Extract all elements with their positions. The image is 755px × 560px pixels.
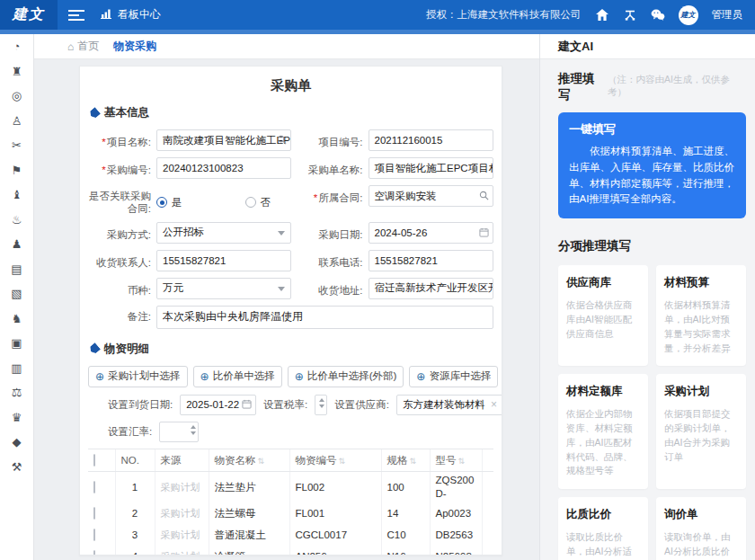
menu-toggle-icon[interactable] [68, 7, 84, 23]
machinery-icon[interactable]: ♨ [12, 214, 22, 226]
report-icon[interactable]: ▧ [11, 288, 22, 299]
chevron-down-icon[interactable] [278, 231, 285, 236]
list-icon[interactable]: ▤ [11, 263, 22, 275]
delivery-date-label: 设置到货日期: [108, 398, 173, 412]
row-checkbox[interactable] [93, 550, 95, 556]
project-name-input[interactable]: 南院改建项目智能化施工EPC项目 [156, 129, 291, 151]
table-row: 3 采购计划 普通混凝土 CGCL0017 C10 DB2563 [88, 524, 493, 546]
plus-circle-icon: ⊕ [295, 371, 304, 382]
sort-icon[interactable]: ⇅ [339, 457, 346, 466]
tools-icon[interactable]: ✂ [12, 139, 22, 151]
currency-select[interactable]: 万元 [156, 278, 291, 299]
page-title: 采购单 [88, 77, 493, 94]
clear-icon[interactable]: × [491, 398, 497, 411]
ai-card-supplier-library[interactable]: 供应商库 依据合格供应商库由AI智能匹配供应商信息 [558, 265, 648, 366]
row-checkbox[interactable] [93, 481, 95, 493]
contact-label: 收货联系人: [88, 252, 156, 269]
phone-input[interactable]: 15515827821 [369, 250, 494, 271]
address-input[interactable]: 宿迁高新技术产业开发区开发大道北侧 [369, 278, 494, 299]
helmet-icon[interactable]: ◆ [13, 436, 22, 448]
breadcrumb: ⌂ 首页 物资采购 [34, 34, 539, 59]
home-icon[interactable] [595, 9, 609, 22]
material-table: NO. 来源 物资名称⇅ 物资编号⇅ 规格⇅ 型号⇅ [88, 449, 493, 556]
breadcrumb-current[interactable]: 物资采购 [113, 39, 156, 54]
ai-card-purchase-plan[interactable]: 采购计划 依据项目部提交的采购计划单，由AI合并为采购订单 [656, 374, 746, 489]
sort-icon[interactable]: ⇅ [410, 457, 417, 466]
contact-input[interactable]: 15515827821 [156, 250, 291, 271]
brand-logo: 建文 [0, 0, 58, 30]
ai-panel-title: 建文AI [540, 34, 755, 59]
scale-icon[interactable]: ⚖ [12, 387, 22, 398]
podium-icon[interactable]: ♜ [12, 66, 22, 77]
materials-icon[interactable]: ♝ [12, 189, 22, 200]
search-icon[interactable] [277, 135, 287, 145]
radio-yes[interactable]: 是 [156, 196, 182, 209]
col-no: NO. [115, 449, 155, 472]
ai-card-quality-price-compare[interactable]: 比质比价 读取比质比价单，由AI分析适合的采购单价 [558, 497, 648, 560]
person-icon[interactable]: ♙ [12, 115, 22, 127]
remark-input[interactable]: 本次采购由中央机房降温使用 [156, 306, 493, 329]
org-structure-icon[interactable] [623, 9, 637, 22]
breadcrumb-home[interactable]: ⌂ 首页 [67, 39, 99, 54]
chevron-down-icon[interactable] [278, 287, 285, 291]
monitor-icon[interactable]: ▣ [11, 337, 22, 349]
col-code: 物资编号⇅ [289, 449, 381, 472]
tab-dashboard-center[interactable]: 看板中心 [101, 7, 161, 22]
stepper-icon[interactable] [191, 425, 196, 435]
project-name-label: *项目名称: [88, 131, 156, 148]
sort-icon[interactable]: ⇅ [458, 457, 466, 466]
phone-label: 联系电话: [291, 252, 369, 269]
top-bar: 建文 看板中心 授权：上海建文软件科技有限公司 建文 管理员 [0, 0, 755, 30]
crane-icon[interactable]: ♛ [12, 412, 22, 423]
select-from-resource-button[interactable]: ⊕资源库中选择 [409, 366, 498, 387]
tag-icon [88, 106, 101, 119]
select-from-bid-external-button[interactable]: ⊕比价单中选择(外部) [288, 366, 404, 387]
ai-card-inquiry-sheet[interactable]: 询价单 读取询价单，由AI分析比质比价的合理性，并建议适合的采购单价 [656, 497, 746, 560]
purchase-no-input[interactable]: 20240123100823 [156, 157, 291, 179]
one-click-fill-button[interactable]: 一键填写 依据材料预算清单、施工进度、出库单、入库单、库存量、比质比价单、材料内… [558, 112, 746, 218]
row-checkbox[interactable] [93, 529, 95, 541]
stepper-icon[interactable] [319, 398, 324, 408]
address-label: 收货地址: [291, 280, 369, 297]
username-label[interactable]: 管理员 [712, 8, 743, 22]
user-avatar[interactable]: 建文 [679, 5, 698, 25]
ai-card-material-budget[interactable]: 材料预算 依据材料预算清单，由AI比对预算量与实际需求量，并分析差异 [656, 265, 746, 366]
select-from-plan-button[interactable]: ⊕采购计划中选择 [88, 366, 188, 387]
remark-label: 备注: [88, 306, 156, 323]
supplier-input[interactable]: 东方建材装饰材料 [396, 395, 502, 415]
purchase-no-label: *采购编号: [88, 159, 156, 176]
search-icon[interactable] [479, 191, 489, 200]
radio-no[interactable]: 否 [245, 196, 271, 209]
contract-input[interactable]: 空调采购安装 [369, 185, 494, 207]
row-checkbox[interactable] [93, 507, 95, 520]
calendar-icon[interactable] [479, 227, 489, 237]
select-from-bid-button[interactable]: ⊕比价单中选择 [193, 366, 282, 387]
target-icon[interactable]: ◎ [12, 90, 22, 102]
section-basic-info: 基本信息 [90, 105, 493, 120]
stamp-icon[interactable]: ♞ [12, 313, 22, 324]
wechat-icon[interactable] [651, 9, 665, 22]
pie-chart-icon[interactable]: ◔ [13, 40, 21, 52]
inference-fill-title: 推理填写 [558, 71, 606, 103]
purchase-date-input[interactable]: 2024-05-26 [369, 222, 494, 244]
link-contract-radio-group: 是 否 [156, 191, 291, 209]
icon-sidebar: ◔ ♜ ◎ ♙ ✂ ⚑ ♝ ♨ ♟ ▤ ▧ ♞ ▣ ▥ ⚖ ♛ ◆ ⚒ [0, 34, 34, 560]
notebook-icon[interactable]: ▥ [11, 362, 22, 374]
table-row: 2 采购计划 法兰螺母 FL001 14 Ap0023 [88, 502, 493, 524]
calendar-icon[interactable] [242, 399, 252, 409]
contract-label: *所属合同: [291, 187, 369, 204]
worker-icon[interactable]: ♟ [12, 238, 22, 250]
sort-icon[interactable]: ⇅ [258, 457, 265, 466]
select-all-checkbox[interactable] [93, 454, 95, 467]
main-content: 采购单 基本信息 *项目名称: 南院改建项目智能化施工EPC项目 [34, 59, 539, 560]
ai-card-material-quota-library[interactable]: 材料定额库 依据企业内部物资库、材料定额库，由AI匹配材料代码、品牌、规格型号等 [558, 374, 648, 489]
method-select[interactable]: 公开招标 [156, 222, 291, 244]
section-material-detail: 物资明细 [90, 342, 493, 357]
supplier-label: 设置供应商: [334, 398, 389, 412]
purchase-name-input[interactable]: 项目智能化施工EPC项目材料采购 [369, 157, 494, 179]
app-window: 建文 看板中心 授权：上海建文软件科技有限公司 建文 管理员 ◔ [0, 0, 755, 560]
plus-circle-icon: ⊕ [95, 371, 104, 382]
flag-icon[interactable]: ⚑ [12, 164, 22, 176]
project-no-input[interactable]: 202112160015 [369, 129, 494, 151]
gavel-icon[interactable]: ⚒ [12, 461, 22, 473]
